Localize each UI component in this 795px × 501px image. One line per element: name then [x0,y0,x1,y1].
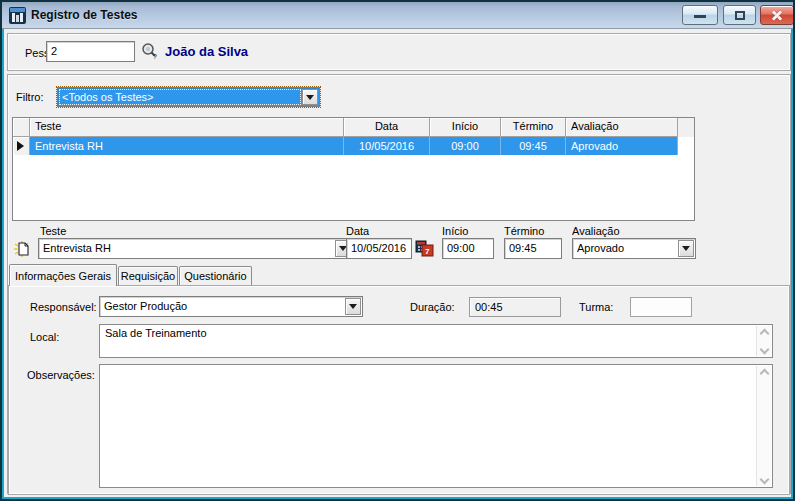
minimize-button[interactable] [682,5,718,25]
local-scrollbar[interactable] [756,326,771,356]
grid-cell-avaliacao: Aprovado [566,137,678,155]
grid-header-filler [678,118,694,137]
row-arrow-icon [17,141,24,151]
window-title: Registro de Testes [31,8,137,22]
tests-grid[interactable]: Teste Data Início Término Avaliação Entr… [12,117,695,221]
svg-text:7: 7 [425,247,430,256]
grid-cell-data: 10/05/2016 [344,137,430,155]
grid-header-data[interactable]: Data [344,118,430,137]
duracao-label: Duração: [410,301,455,313]
grid-row-indicator [13,137,30,155]
filter-label: Filtro: [16,91,44,103]
responsavel-label: Responsável: [30,301,97,313]
grid-header-row: Teste Data Início Término Avaliação [13,118,694,137]
grid-header-termino[interactable]: Término [501,118,566,137]
chevron-down-icon [682,246,690,251]
tab-questionario[interactable]: Questionário [179,266,252,285]
teste-combobox[interactable]: Entrevista RH [38,238,353,259]
person-panel: Pessoa: 2 ? João da Silva [7,33,791,71]
local-value: Sala de Treinamento [105,327,207,339]
svg-text:?: ? [153,53,157,60]
grid-row-selected[interactable]: Entrevista RH 10/05/2016 09:00 09:45 Apr… [13,137,694,155]
local-label: Local: [30,331,59,343]
teste-selected-value: Entrevista RH [43,242,111,254]
inicio-input[interactable]: 09:00 [442,238,494,259]
avaliacao-combobox[interactable]: Aprovado [572,238,696,259]
duracao-readonly-field: 00:45 [469,297,561,317]
observacoes-scrollbar[interactable] [756,366,771,486]
observacoes-textarea[interactable] [99,364,773,488]
new-document-icon[interactable] [14,240,32,258]
registro-de-testes-window: Registro de Testes Pessoa: 2 ? João da S… [0,0,795,501]
grid-indicator-header [13,118,30,137]
scroll-up-icon[interactable] [761,329,768,336]
focus-rect [60,90,300,104]
scroll-up-icon[interactable] [761,369,768,376]
responsavel-dropdown-button[interactable] [345,298,361,315]
turma-field[interactable] [630,297,692,317]
scroll-down-icon[interactable] [761,476,768,483]
tab-requisicao[interactable]: Requisição [118,266,178,285]
chevron-down-icon [349,304,357,309]
termino-input[interactable]: 09:45 [504,238,562,259]
detail-avaliacao-label: Avaliação [572,225,620,237]
data-input[interactable]: 10/05/2016 [346,238,412,259]
grid-cell-inicio: 09:00 [430,137,501,155]
person-id-input[interactable]: 2 [46,41,135,62]
grid-cell-termino: 09:45 [501,137,566,155]
turma-label: Turma: [579,301,613,313]
title-bar[interactable]: Registro de Testes [2,2,793,29]
responsavel-selected-value: Gestor Produção [104,300,187,312]
person-search-icon[interactable]: ? [140,42,158,60]
detail-data-label: Data [346,225,369,237]
close-button[interactable] [760,5,794,25]
maximize-icon [735,11,745,20]
maximize-button[interactable] [723,5,756,25]
calendar-icon[interactable]: 7 [415,240,434,257]
bar-chart-app-icon [9,7,26,24]
detail-teste-label: Teste [40,225,66,237]
scroll-down-icon[interactable] [761,346,768,353]
responsavel-combobox[interactable]: Gestor Produção [99,296,363,317]
tab-strip: Informações Gerais Requisição Questionár… [8,264,790,285]
close-icon [770,8,784,22]
tab-informacoes-gerais[interactable]: Informações Gerais [9,264,117,286]
grid-cell-teste: Entrevista RH [30,137,344,155]
person-name: João da Silva [165,44,248,59]
grid-header-inicio[interactable]: Início [430,118,501,137]
chevron-down-icon [306,95,314,100]
detail-termino-label: Término [504,225,544,237]
minimize-icon [694,15,706,18]
grid-header-teste[interactable]: Teste [30,118,344,137]
grid-row-filler [678,137,694,155]
avaliacao-dropdown-button[interactable] [678,240,694,257]
detail-inicio-label: Início [442,225,468,237]
main-panel: Filtro: <Todos os Testes> Teste Data Iní… [7,74,791,494]
observacoes-label: Observações: [27,369,95,381]
local-textarea[interactable]: Sala de Treinamento [99,324,773,358]
grid-header-avaliacao[interactable]: Avaliação [566,118,678,137]
avaliacao-selected-value: Aprovado [577,242,624,254]
filter-dropdown-button[interactable] [302,89,318,105]
filter-combobox[interactable]: <Todos os Testes> [57,87,320,107]
